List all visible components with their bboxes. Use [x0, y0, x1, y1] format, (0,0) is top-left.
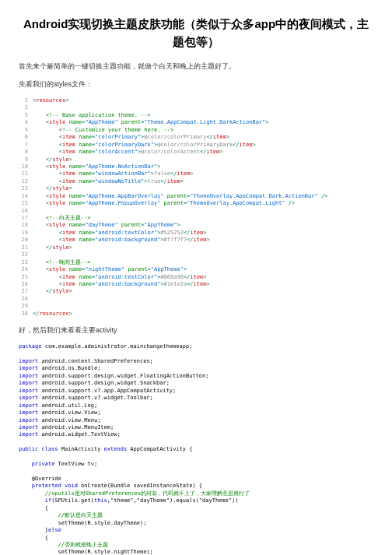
paragraph-2: 先看我们的styles文件： [19, 79, 373, 90]
page-title: Android实现切换主题皮肤功能（类似于众多app中的夜间模式，主题包等） [19, 16, 373, 51]
java-code-block: package com.example.administrator.mainch… [19, 343, 373, 555]
xml-code-block: 1<resources>23 <!-- Base application the… [19, 97, 373, 318]
paragraph-3: 好，然后我们来看看主要activity [19, 325, 373, 335]
paragraph-1: 首先来个最简单的一键切换主题功能，就做个白天和晚上的主题好了。 [19, 61, 373, 72]
